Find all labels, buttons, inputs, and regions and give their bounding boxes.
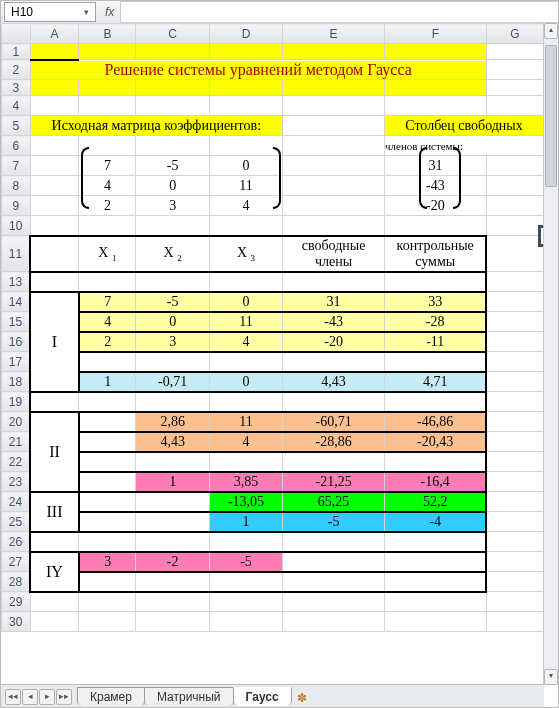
tab-first-icon[interactable]: ◂◂ — [5, 689, 21, 705]
cell[interactable] — [385, 452, 487, 472]
cell[interactable] — [209, 136, 282, 156]
coeff-matrix-label[interactable]: Исходная матрица коэффициентов: — [30, 116, 283, 136]
header-x3[interactable]: X 3 — [209, 236, 282, 272]
cell[interactable] — [486, 612, 543, 632]
cell[interactable] — [283, 136, 385, 156]
cell[interactable] — [209, 392, 282, 412]
stage-IY[interactable]: IY — [30, 552, 79, 592]
cell[interactable] — [486, 312, 543, 332]
cell[interactable]: -60,71 — [283, 412, 385, 432]
free-term-cell[interactable]: 31 — [385, 156, 487, 176]
rowhead-1[interactable]: 1 — [2, 44, 31, 60]
tab-last-icon[interactable]: ▸▸ — [56, 689, 72, 705]
cell[interactable] — [486, 472, 543, 492]
cell[interactable]: 1 — [79, 372, 136, 392]
cell[interactable] — [30, 216, 79, 236]
cell[interactable]: 0 — [209, 372, 282, 392]
cell[interactable] — [136, 44, 209, 60]
cell[interactable] — [486, 60, 543, 80]
rowhead-13[interactable]: 13 — [2, 272, 31, 292]
name-box-dropdown-icon[interactable]: ▾ — [84, 3, 89, 21]
cell[interactable] — [486, 592, 543, 612]
cell[interactable] — [385, 272, 487, 292]
cell[interactable] — [486, 292, 543, 312]
cell[interactable] — [486, 412, 543, 432]
cell[interactable] — [79, 96, 136, 116]
cell[interactable] — [209, 612, 282, 632]
cell[interactable] — [209, 572, 282, 592]
cell[interactable] — [486, 392, 543, 412]
matrix-cell[interactable]: 0 — [136, 176, 209, 196]
cell[interactable] — [283, 552, 385, 572]
cell[interactable] — [209, 272, 282, 292]
rowhead-14[interactable]: 14 — [2, 292, 31, 312]
cell[interactable] — [486, 196, 543, 216]
cell[interactable]: -0,71 — [136, 372, 209, 392]
rowhead-4[interactable]: 4 — [2, 96, 31, 116]
rowhead-5[interactable]: 5 — [2, 116, 31, 136]
cell[interactable]: 3 — [79, 552, 136, 572]
rowhead-27[interactable]: 27 — [2, 552, 31, 572]
header-x2[interactable]: X 2 — [136, 236, 209, 272]
matrix-cell[interactable]: 3 — [136, 196, 209, 216]
cell[interactable] — [136, 512, 209, 532]
cell[interactable]: 4 — [209, 332, 282, 352]
cell[interactable] — [283, 272, 385, 292]
cell[interactable]: -20,43 — [385, 432, 487, 452]
col-F[interactable]: F — [385, 24, 487, 44]
cell[interactable] — [283, 44, 385, 60]
col-A[interactable]: A — [30, 24, 79, 44]
rowhead-15[interactable]: 15 — [2, 312, 31, 332]
rowhead-24[interactable]: 24 — [2, 492, 31, 512]
rowhead-17[interactable]: 17 — [2, 352, 31, 372]
cell[interactable] — [136, 452, 209, 472]
cell[interactable] — [79, 472, 136, 492]
rowhead-30[interactable]: 30 — [2, 612, 31, 632]
rowhead-29[interactable]: 29 — [2, 592, 31, 612]
cell[interactable]: 52,2 — [385, 492, 487, 512]
cell[interactable]: -28,86 — [283, 432, 385, 452]
col-G[interactable]: G — [486, 24, 543, 44]
cell[interactable]: 4,43 — [283, 372, 385, 392]
cell[interactable]: 4 — [209, 432, 282, 452]
cell[interactable]: 4,43 — [136, 432, 209, 452]
col-C[interactable]: C — [136, 24, 209, 44]
stage-I[interactable]: I — [30, 292, 79, 392]
cell[interactable] — [79, 532, 136, 552]
rowhead-10[interactable]: 10 — [2, 216, 31, 236]
rowhead-2[interactable]: 2 — [2, 60, 31, 80]
header-x1[interactable]: X 1 — [79, 236, 136, 272]
rowhead-22[interactable]: 22 — [2, 452, 31, 472]
col-E[interactable]: E — [283, 24, 385, 44]
formula-input[interactable] — [120, 1, 558, 23]
cell[interactable] — [30, 592, 79, 612]
cell[interactable] — [136, 492, 209, 512]
cell[interactable] — [30, 44, 79, 60]
cell[interactable] — [486, 352, 543, 372]
cell[interactable] — [486, 432, 543, 452]
cell[interactable]: -2 — [136, 552, 209, 572]
cell[interactable] — [385, 96, 487, 116]
cell[interactable] — [209, 80, 282, 96]
cell[interactable]: 4 — [79, 312, 136, 332]
cell[interactable] — [486, 80, 543, 96]
cell[interactable] — [79, 512, 136, 532]
cell[interactable] — [136, 80, 209, 96]
cell[interactable] — [79, 392, 136, 412]
rowhead-9[interactable]: 9 — [2, 196, 31, 216]
cell[interactable] — [283, 352, 385, 372]
cell[interactable]: 33 — [385, 292, 487, 312]
cell[interactable] — [79, 412, 136, 432]
cell[interactable] — [385, 44, 487, 60]
scroll-thumb[interactable] — [545, 45, 557, 187]
cell[interactable] — [486, 372, 543, 392]
cell[interactable] — [283, 572, 385, 592]
cell[interactable]: 4,71 — [385, 372, 487, 392]
cell[interactable] — [30, 612, 79, 632]
cell[interactable] — [283, 532, 385, 552]
cell[interactable] — [79, 216, 136, 236]
rowhead-7[interactable]: 7 — [2, 156, 31, 176]
cell[interactable] — [136, 136, 209, 156]
rowhead-11[interactable]: 11 — [2, 236, 31, 272]
cell[interactable] — [283, 452, 385, 472]
